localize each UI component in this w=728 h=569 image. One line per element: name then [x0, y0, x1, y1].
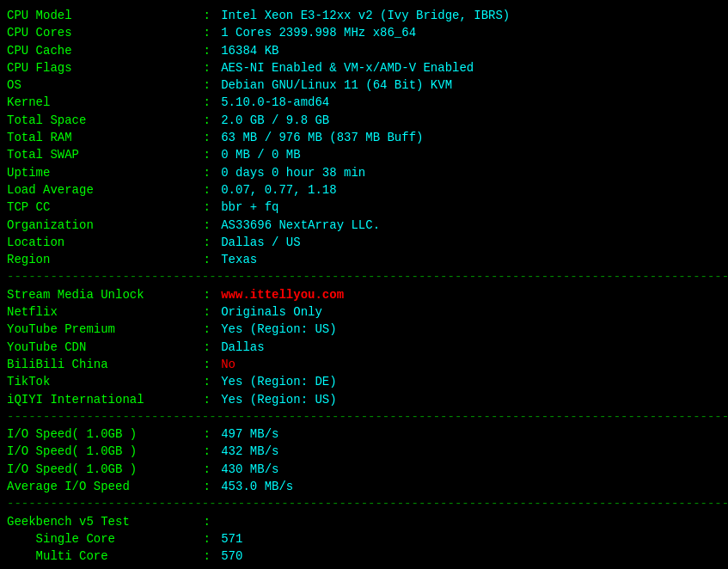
io1-label: I/O Speed( 1.0GB ) — [7, 425, 196, 443]
netflix-label: Netflix — [7, 303, 196, 321]
region-row: Region : Texas — [7, 251, 721, 268]
single-core-label: Single Core — [7, 530, 196, 548]
avg-io-label: Average I/O Speed — [7, 478, 196, 495]
netflix-row: Netflix : Originals Only — [7, 303, 721, 321]
cpu-cores-label: CPU Cores — [7, 24, 196, 41]
uptime-label: Uptime — [7, 164, 196, 181]
iqiyi-value: Yes (Region: US) — [221, 391, 336, 408]
io2-row: I/O Speed( 1.0GB ) : 432 MB/s — [7, 443, 721, 460]
total-space-row: Total Space : 2.0 GB / 9.8 GB — [7, 112, 721, 129]
kernel-row: Kernel : 5.10.0-18-amd64 — [7, 94, 721, 111]
total-ram-row: Total RAM : 63 MB / 976 MB (837 MB Buff) — [7, 129, 721, 146]
cpu-cache-label: CPU Cache — [7, 42, 196, 59]
cpu-flags-value: AES-NI Enabled & VM-x/AMD-V Enabled — [221, 59, 474, 76]
total-ram-value: 63 MB / 976 MB (837 MB Buff) — [221, 129, 423, 146]
site-title: www.ittellyou.com — [221, 286, 344, 303]
load-avg-row: Load Average : 0.07, 0.77, 1.18 — [7, 181, 721, 199]
total-space-label: Total Space — [7, 112, 196, 129]
region-label: Region — [7, 251, 196, 268]
io-section: I/O Speed( 1.0GB ) : 497 MB/s I/O Speed(… — [7, 425, 721, 495]
iqiyi-row: iQIYI International : Yes (Region: US) — [7, 391, 721, 408]
total-ram-label: Total RAM — [7, 129, 196, 146]
io2-value: 432 MB/s — [221, 443, 278, 460]
youtube-cdn-label: YouTube CDN — [7, 339, 196, 356]
total-space-value: 2.0 GB / 9.8 GB — [221, 112, 329, 129]
location-label: Location — [7, 234, 196, 251]
kernel-label: Kernel — [7, 94, 196, 111]
single-core-value: 571 — [221, 530, 242, 548]
kernel-value: 5.10.0-18-amd64 — [221, 94, 329, 111]
bilibili-row: BiliBili China : No — [7, 356, 721, 373]
io1-row: I/O Speed( 1.0GB ) : 497 MB/s — [7, 425, 721, 443]
divider-4: ----------------------------------------… — [7, 566, 721, 570]
cpu-cache-value: 16384 KB — [221, 42, 278, 59]
single-core-row: Single Core : 571 — [7, 530, 721, 548]
tcp-cc-label: TCP CC — [7, 199, 196, 216]
youtube-premium-row: YouTube Premium : Yes (Region: US) — [7, 321, 721, 338]
divider-3: ----------------------------------------… — [7, 495, 721, 512]
bilibili-value: No — [221, 356, 236, 373]
os-row: OS : Debian GNU/Linux 11 (64 Bit) KVM — [7, 76, 721, 94]
total-swap-row: Total SWAP : 0 MB / 0 MB — [7, 146, 721, 163]
tiktok-value: Yes (Region: DE) — [221, 373, 336, 390]
tcp-cc-row: TCP CC : bbr + fq — [7, 199, 721, 216]
cpu-flags-label: CPU Flags — [7, 59, 196, 76]
bilibili-label: BiliBili China — [7, 356, 196, 373]
avg-io-row: Average I/O Speed : 453.0 MB/s — [7, 478, 721, 495]
netflix-value: Originals Only — [221, 303, 322, 321]
cpu-cores-row: CPU Cores : 1 Cores 2399.998 MHz x86_64 — [7, 24, 721, 41]
uptime-row: Uptime : 0 days 0 hour 38 min — [7, 164, 721, 181]
org-row: Organization : AS33696 NextArray LLC. — [7, 217, 721, 234]
location-value: Dallas / US — [221, 234, 300, 251]
io3-value: 430 MB/s — [221, 461, 278, 478]
org-value: AS33696 NextArray LLC. — [221, 217, 380, 234]
system-section: CPU Model : Intel Xeon E3-12xx v2 (Ivy B… — [7, 7, 721, 268]
cpu-cores-value: 1 Cores 2399.998 MHz x86_64 — [221, 24, 416, 41]
cpu-model-label: CPU Model — [7, 7, 196, 24]
io1-value: 497 MB/s — [221, 425, 278, 443]
org-label: Organization — [7, 217, 196, 234]
geekbench-section: Geekbench v5 Test : Single Core : 571 Mu… — [7, 513, 721, 566]
total-swap-value: 0 MB / 0 MB — [221, 146, 300, 163]
youtube-cdn-row: YouTube CDN : Dallas — [7, 339, 721, 356]
iqiyi-label: iQIYI International — [7, 391, 196, 408]
avg-io-value: 453.0 MB/s — [221, 478, 293, 495]
youtube-premium-label: YouTube Premium — [7, 321, 196, 338]
geekbench-test-label: Geekbench v5 Test — [7, 513, 196, 530]
tiktok-label: TikTok — [7, 373, 196, 390]
stream-title-row: Stream Media Unlock : www.ittellyou.com — [7, 286, 721, 303]
multi-core-row: Multi Core : 570 — [7, 548, 721, 565]
stream-section: Stream Media Unlock : www.ittellyou.com … — [7, 286, 721, 408]
cpu-cache-row: CPU Cache : 16384 KB — [7, 42, 721, 59]
location-row: Location : Dallas / US — [7, 234, 721, 251]
multi-core-value: 570 — [221, 548, 242, 565]
os-label: OS — [7, 76, 196, 94]
youtube-premium-value: Yes (Region: US) — [221, 321, 336, 338]
cpu-model-value: Intel Xeon E3-12xx v2 (Ivy Bridge, IBRS) — [221, 7, 510, 24]
uptime-value: 0 days 0 hour 38 min — [221, 164, 365, 181]
divider-1: ----------------------------------------… — [7, 268, 721, 285]
divider-2: ----------------------------------------… — [7, 408, 721, 425]
io2-label: I/O Speed( 1.0GB ) — [7, 443, 196, 460]
cpu-flags-row: CPU Flags : AES-NI Enabled & VM-x/AMD-V … — [7, 59, 721, 76]
stream-section-label: Stream Media Unlock — [7, 286, 196, 303]
load-avg-value: 0.07, 0.77, 1.18 — [221, 181, 336, 199]
tcp-cc-value: bbr + fq — [221, 199, 278, 216]
youtube-cdn-value: Dallas — [221, 339, 264, 356]
geekbench-test-row: Geekbench v5 Test : — [7, 513, 721, 530]
io3-label: I/O Speed( 1.0GB ) — [7, 461, 196, 478]
cpu-model-row: CPU Model : Intel Xeon E3-12xx v2 (Ivy B… — [7, 7, 721, 24]
total-swap-label: Total SWAP — [7, 146, 196, 163]
multi-core-label: Multi Core — [7, 548, 196, 565]
load-avg-label: Load Average — [7, 181, 196, 199]
region-value: Texas — [221, 251, 257, 268]
os-value: Debian GNU/Linux 11 (64 Bit) KVM — [221, 76, 452, 94]
tiktok-row: TikTok : Yes (Region: DE) — [7, 373, 721, 390]
io3-row: I/O Speed( 1.0GB ) : 430 MB/s — [7, 461, 721, 478]
